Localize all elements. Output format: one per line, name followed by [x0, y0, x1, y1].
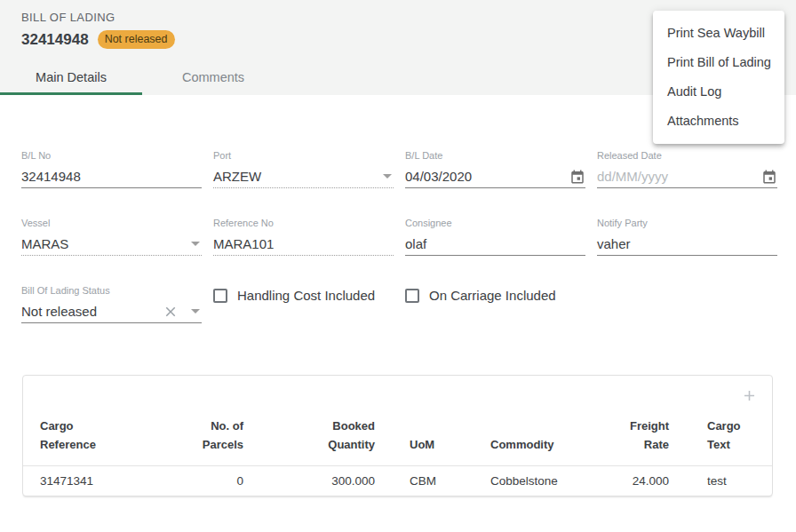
handling-cost-included-checkbox[interactable]: Handling Cost Included	[213, 288, 394, 303]
field-label: Port	[213, 150, 394, 162]
bill-of-lading-form: B/L No 32414948 Port ARZEW B/L Date 04/0…	[21, 150, 775, 323]
field-label: Notify Party	[597, 218, 777, 229]
notify-party-input[interactable]: vaher	[597, 233, 777, 256]
column-header-cargo-reference: Cargo Reference	[23, 417, 188, 466]
cell-freight-rate: 24.000	[617, 466, 669, 496]
checkbox-box[interactable]	[213, 289, 227, 303]
field-bl-date: B/L Date 04/03/2020	[405, 150, 585, 188]
cargo-card: Cargo Reference No. of Parcels Booked Qu…	[22, 375, 773, 496]
menu-item-audit-log[interactable]: Audit Log	[653, 77, 784, 107]
reference-no-input[interactable]: MARA101	[213, 233, 394, 256]
field-placeholder: dd/MM/yyyy	[597, 169, 668, 184]
field-value: MARA101	[213, 236, 274, 251]
field-reference-no: Reference No MARA101	[213, 218, 394, 256]
actions-menu: Print Sea Waybill Print Bill of Lading A…	[653, 11, 784, 144]
field-label: B/L No	[21, 150, 202, 162]
bill-of-lading-number: 32414948	[21, 31, 89, 49]
field-label: Released Date	[597, 150, 777, 162]
field-value: ARZEW	[213, 169, 261, 184]
checkbox-label: On Carriage Included	[429, 288, 556, 303]
cargo-table-row[interactable]: 31471341 0 300.000 CBM Cobbelstone 24.00…	[23, 466, 772, 496]
calendar-icon[interactable]	[761, 169, 777, 185]
status-badge: Not released	[98, 30, 175, 49]
clear-icon[interactable]	[163, 304, 179, 320]
column-header-freight-rate: Freight Rate	[617, 417, 669, 466]
field-label: Vessel	[21, 218, 202, 229]
column-header-uom: UoM	[375, 417, 475, 466]
field-notify-party: Notify Party vaher	[597, 218, 777, 256]
field-released-date: Released Date dd/MM/yyyy	[597, 150, 777, 188]
field-value: olaf	[405, 236, 426, 251]
chevron-down-icon[interactable]	[191, 309, 200, 314]
field-port: Port ARZEW	[213, 150, 394, 188]
field-value: vaher	[597, 236, 631, 251]
cell-booked-quantity: 300.000	[243, 466, 375, 496]
bill-of-lading-status-select[interactable]: Not released	[21, 300, 202, 323]
on-carriage-included-checkbox[interactable]: On Carriage Included	[405, 288, 585, 303]
tab-bar: Main Details Comments	[0, 62, 284, 95]
released-date-input[interactable]: dd/MM/yyyy	[597, 165, 777, 188]
field-label: Bill Of Lading Status	[21, 285, 202, 297]
cargo-card-toolbar	[23, 376, 772, 417]
column-header-cargo-text: Cargo Text	[669, 417, 772, 466]
column-header-no-of-parcels: No. of Parcels	[188, 417, 243, 466]
tab-main-details[interactable]: Main Details	[0, 62, 142, 95]
field-vessel: Vessel MARAS	[21, 218, 202, 256]
chevron-down-icon[interactable]	[191, 242, 200, 246]
calendar-icon[interactable]	[569, 169, 585, 185]
field-value: Not released	[21, 304, 97, 319]
cell-cargo-text: test	[669, 466, 772, 496]
menu-item-attachments[interactable]: Attachments	[653, 107, 784, 136]
bl-date-input[interactable]: 04/03/2020	[405, 165, 585, 188]
checkbox-label: Handling Cost Included	[237, 288, 375, 303]
checkbox-box[interactable]	[405, 289, 419, 303]
menu-item-print-sea-waybill[interactable]: Print Sea Waybill	[653, 19, 784, 48]
column-header-commodity: Commodity	[475, 417, 617, 466]
field-consignee: Consignee olaf	[405, 218, 585, 256]
cargo-table: Cargo Reference No. of Parcels Booked Qu…	[23, 417, 772, 496]
field-value: 04/03/2020	[405, 169, 472, 184]
tab-comments[interactable]: Comments	[142, 62, 284, 95]
cargo-table-header-row: Cargo Reference No. of Parcels Booked Qu…	[23, 417, 772, 466]
column-header-booked-quantity: Booked Quantity	[243, 417, 375, 466]
cell-uom: CBM	[375, 466, 475, 496]
consignee-input[interactable]: olaf	[405, 233, 585, 256]
field-label: Consignee	[405, 218, 585, 229]
field-value: MARAS	[21, 236, 68, 251]
port-select[interactable]: ARZEW	[213, 165, 394, 188]
cell-cargo-reference: 31471341	[23, 466, 188, 496]
field-bl-no: B/L No 32414948	[21, 150, 202, 188]
cell-no-of-parcels: 0	[188, 466, 243, 496]
field-label: Reference No	[213, 218, 394, 229]
cell-commodity: Cobbelstone	[475, 466, 617, 496]
vessel-select[interactable]: MARAS	[21, 233, 202, 256]
field-value: 32414948	[21, 169, 81, 184]
field-label: B/L Date	[405, 150, 585, 162]
add-cargo-button[interactable]	[741, 387, 758, 404]
field-bill-of-lading-status: Bill Of Lading Status Not released	[21, 285, 202, 323]
menu-item-print-bill-of-lading[interactable]: Print Bill of Lading	[653, 48, 784, 77]
chevron-down-icon[interactable]	[383, 174, 392, 179]
bl-no-input[interactable]: 32414948	[21, 165, 202, 188]
main-details-panel: B/L No 32414948 Port ARZEW B/L Date 04/0…	[0, 150, 796, 496]
